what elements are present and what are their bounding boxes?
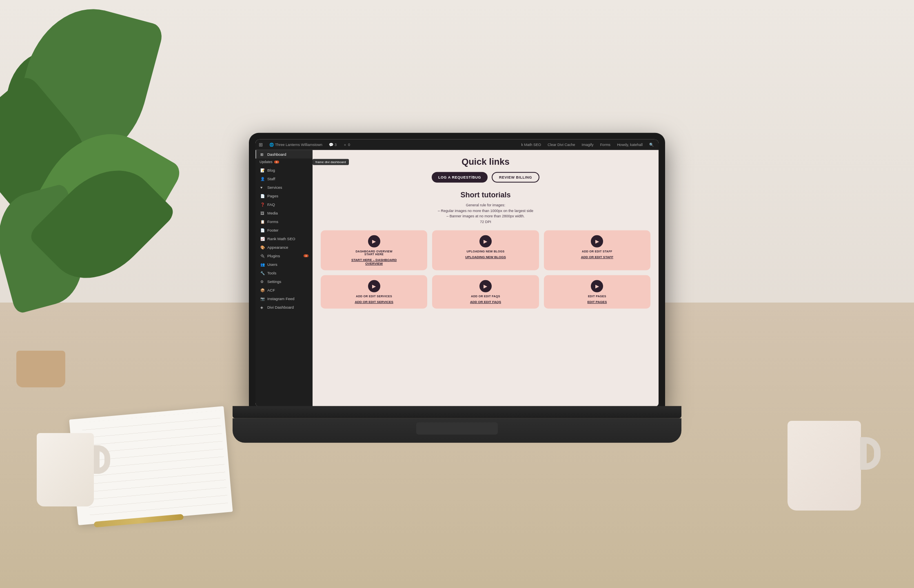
quick-links-buttons: LOG A REQUEST/BUG REVIEW BILLING bbox=[321, 172, 650, 183]
staff-card-label: ADD OR EDIT STAFF bbox=[582, 250, 612, 253]
services-card-label: ADD OR EDIT SERVICES bbox=[356, 295, 392, 298]
acf-label: ACF bbox=[267, 288, 275, 292]
admin-bar-new[interactable]: ＋ 0 bbox=[342, 141, 352, 148]
tutorial-card-pages[interactable]: ▶ EDIT PAGES EDIT PAGES bbox=[544, 275, 650, 309]
sidebar-item-services[interactable]: ♥ Services bbox=[255, 183, 313, 192]
dashboard-card-label: DASHBOARD OVERVIEWSTART HERE bbox=[355, 250, 392, 256]
sidebar-item-staff[interactable]: 👤 Staff bbox=[255, 175, 313, 183]
wp-body: ⊞ Dashboard Updates 3 frame divi dashboa… bbox=[255, 150, 659, 407]
pages-label: Pages bbox=[267, 194, 278, 198]
sidebar-item-users[interactable]: 👥 Users bbox=[255, 260, 313, 269]
updates-badge: 3 bbox=[274, 160, 279, 163]
trackpad[interactable] bbox=[416, 422, 498, 435]
faqs-card-icon: ▶ bbox=[479, 280, 492, 292]
rule-line3: 72 DPI bbox=[321, 219, 650, 225]
services-label: Services bbox=[267, 185, 282, 190]
sidebar-item-faq[interactable]: ❓ FAQ bbox=[255, 200, 313, 209]
site-name: Three Lanterns Williamstown bbox=[275, 143, 322, 147]
admin-bar-comments[interactable]: 💬 3 bbox=[327, 142, 338, 148]
blogs-card-link[interactable]: UPLOADING NEW BLOGS bbox=[465, 255, 506, 259]
rule-line2: – Banner images at no more than 2800px w… bbox=[321, 214, 650, 219]
services-icon: ♥ bbox=[260, 185, 265, 189]
sidebar-item-media[interactable]: 🖼 Media bbox=[255, 209, 313, 217]
services-card-icon: ▶ bbox=[368, 280, 380, 292]
page-title: Quick links bbox=[321, 157, 650, 167]
tutorial-card-services[interactable]: ▶ ADD OR EDIT SERVICES ADD OR EDIT SERVI… bbox=[321, 275, 427, 309]
sidebar-item-instagram[interactable]: 📷 Instagram Feed bbox=[255, 294, 313, 303]
plugins-badge: 3 bbox=[304, 254, 308, 257]
mug-left-decoration bbox=[37, 425, 102, 506]
sidebar-item-tools[interactable]: 🔧 Tools bbox=[255, 269, 313, 277]
rank-math-icon: 📈 bbox=[260, 237, 265, 241]
instagram-icon: 📷 bbox=[260, 296, 265, 301]
wp-logo-icon[interactable]: ⊞ bbox=[259, 142, 263, 148]
staff-card-link[interactable]: ADD OR EDIT STAFF bbox=[581, 255, 613, 259]
tutorial-card-faqs[interactable]: ▶ ADD OR EDIT FAQS ADD OR EDIT FAQS bbox=[432, 275, 539, 309]
pages-card-icon: ▶ bbox=[591, 280, 603, 292]
appearance-icon: 🎨 bbox=[260, 245, 265, 249]
pages-icon: 📄 bbox=[260, 194, 265, 198]
forms-item[interactable]: Forms bbox=[599, 142, 612, 148]
acf-icon: 📦 bbox=[260, 288, 265, 292]
sidebar-item-settings[interactable]: ⚙ Settings bbox=[255, 277, 313, 286]
new-count: 0 bbox=[348, 143, 350, 147]
plugins-label: Plugins bbox=[267, 254, 280, 258]
media-icon: 🖼 bbox=[260, 211, 265, 215]
sidebar-item-forms[interactable]: 📋 Forms bbox=[255, 217, 313, 226]
settings-icon: ⚙ bbox=[260, 279, 265, 283]
plugins-icon: 🔌 bbox=[260, 254, 265, 258]
blog-label: Blog bbox=[267, 168, 275, 172]
tutorial-card-staff[interactable]: ▶ ADD OR EDIT STAFF ADD OR EDIT STAFF bbox=[544, 230, 650, 270]
sidebar-item-blog[interactable]: 📝 Blog bbox=[255, 166, 313, 175]
plant-decoration bbox=[0, 0, 204, 387]
dashboard-icon: ⊞ bbox=[260, 152, 265, 156]
faqs-card-link[interactable]: ADD OR EDIT FAQS bbox=[470, 300, 501, 304]
blog-icon: 📝 bbox=[260, 168, 265, 172]
tutorial-card-blogs[interactable]: ▶ UPLOADING NEW BLOGS UPLOADING NEW BLOG… bbox=[432, 230, 539, 270]
blogs-card-icon: ▶ bbox=[479, 235, 492, 248]
footer-label: Footer bbox=[267, 228, 278, 232]
instagram-label: Instagram Feed bbox=[267, 296, 295, 301]
log-request-button[interactable]: LOG A REQUEST/BUG bbox=[432, 172, 488, 183]
divi-label: Divi Dashboard bbox=[267, 305, 294, 309]
review-billing-button[interactable]: REVIEW BILLING bbox=[492, 172, 539, 183]
mug-right-decoration bbox=[788, 413, 869, 511]
site-icon: 🌐 bbox=[269, 143, 274, 147]
tutorials-grid: ▶ DASHBOARD OVERVIEWSTART HERE START HER… bbox=[321, 230, 650, 309]
blogs-card-label: UPLOADING NEW BLOGS bbox=[467, 250, 505, 253]
pages-card-label: EDIT PAGES bbox=[588, 295, 606, 298]
search-admin-icon[interactable]: 🔍 bbox=[648, 142, 655, 148]
media-label: Media bbox=[267, 211, 278, 215]
updates-label: Updates bbox=[260, 160, 273, 164]
dashboard-card-icon: ▶ bbox=[368, 235, 380, 248]
clear-cache-item[interactable]: Clear Divi Cache bbox=[546, 142, 577, 148]
sidebar-item-rank-math[interactable]: 📈 Rank Math SEO bbox=[255, 234, 313, 243]
admin-bar-site[interactable]: 🌐 Three Lanterns Williamstown bbox=[268, 142, 324, 148]
sidebar-item-divi[interactable]: ◈ Divi Dashboard bbox=[255, 303, 313, 312]
admin-bar-right: k Math SEO Clear Divi Cache Imagify Form… bbox=[520, 142, 655, 148]
staff-icon: 👤 bbox=[260, 177, 265, 181]
wp-main-content: Quick links LOG A REQUEST/BUG REVIEW BIL… bbox=[313, 150, 659, 407]
tutorial-card-dashboard[interactable]: ▶ DASHBOARD OVERVIEWSTART HERE START HER… bbox=[321, 230, 427, 270]
services-card-link[interactable]: ADD OR EDIT SERVICES bbox=[355, 300, 393, 304]
sidebar-item-plugins[interactable]: 🔌 Plugins 3 bbox=[255, 252, 313, 260]
laptop-screen-outer: ⊞ 🌐 Three Lanterns Williamstown 💬 3 ＋ 0 … bbox=[249, 133, 665, 410]
staff-card-icon: ▶ bbox=[591, 235, 603, 248]
seo-menu-item[interactable]: k Math SEO bbox=[520, 142, 543, 148]
users-label: Users bbox=[267, 262, 277, 267]
laptop-screen[interactable]: ⊞ 🌐 Three Lanterns Williamstown 💬 3 ＋ 0 … bbox=[255, 139, 659, 407]
pages-card-link[interactable]: EDIT PAGES bbox=[587, 300, 607, 304]
sidebar-item-pages[interactable]: 📄 Pages bbox=[255, 192, 313, 200]
dashboard-card-link[interactable]: START HERE – DASHBOARDOVERVIEW bbox=[351, 258, 397, 265]
sidebar-item-acf[interactable]: 📦 ACF bbox=[255, 286, 313, 294]
laptop-base-bottom bbox=[233, 418, 681, 443]
imagify-item[interactable]: Imagify bbox=[580, 142, 595, 148]
footer-icon: 📄 bbox=[260, 228, 265, 232]
sidebar-item-appearance[interactable]: 🎨 Appearance bbox=[255, 243, 313, 252]
howdy-item[interactable]: Howdy, katehall bbox=[615, 142, 644, 148]
wp-sidebar: ⊞ Dashboard Updates 3 frame divi dashboa… bbox=[255, 150, 313, 407]
sidebar-item-footer[interactable]: 📄 Footer bbox=[255, 226, 313, 234]
sidebar-updates[interactable]: Updates 3 bbox=[255, 159, 313, 166]
sidebar-item-dashboard[interactable]: ⊞ Dashboard bbox=[255, 150, 313, 159]
comment-count: 3 bbox=[335, 143, 337, 147]
